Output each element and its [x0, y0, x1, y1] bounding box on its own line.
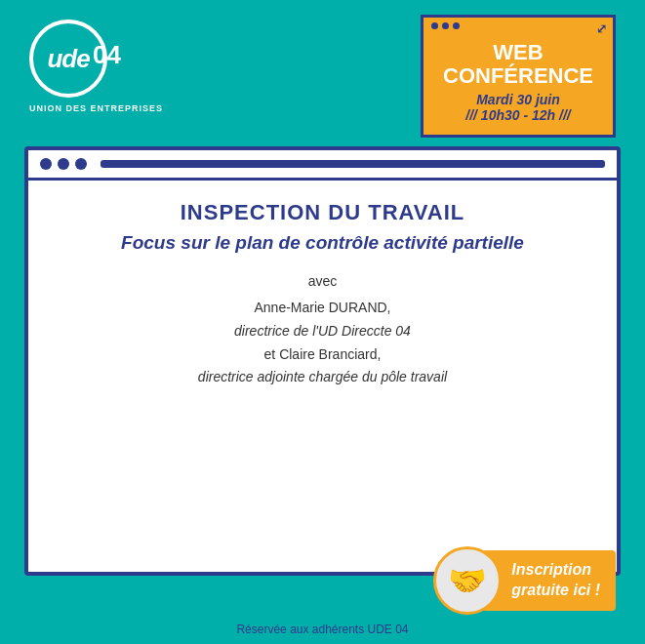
webconf-box: ⤢ WEB CONFÉRENCE Mardi 30 juin /// 10h30…	[421, 15, 616, 138]
logo-circle: ude 04	[29, 20, 107, 98]
webconf-dots	[431, 22, 460, 29]
reserved-text: Réservée aux adhérents UDE 04	[0, 623, 645, 636]
browser-dot2	[58, 158, 69, 170]
logo-subtitle: UNION DES ENTREPRISES	[29, 103, 163, 113]
conf-label: CONFÉRENCE	[443, 64, 593, 88]
inscription-label: Inscription gratuite ici !	[511, 560, 600, 601]
webconf-time: /// 10h30 - 12h ///	[443, 107, 593, 123]
inscription-line2: gratuite ici !	[511, 582, 600, 598]
speakers-block: Anne-Marie DURAND, directrice de l'UD Di…	[58, 297, 587, 389]
speaker3: et Claire Branciard,	[264, 346, 382, 362]
browser-address-bar	[101, 160, 605, 168]
web-label: WEB	[443, 41, 593, 64]
speaker1: Anne-Marie DURAND,	[254, 300, 390, 315]
avec-label: avec	[58, 273, 587, 289]
handshake-icon: 🤝	[433, 546, 502, 615]
browser-content: INSPECTION DU TRAVAIL Focus sur le plan …	[28, 181, 617, 409]
logo-area: ude 04 UNION DES ENTREPRISES	[29, 20, 163, 113]
inscription-box[interactable]: Inscription gratuite ici !	[482, 550, 616, 611]
logo-text: ude	[47, 44, 89, 74]
browser-dot1	[40, 158, 52, 170]
browser-toolbar	[28, 150, 617, 181]
dot2	[442, 22, 449, 29]
logo-04: 04	[93, 40, 121, 70]
main-title: INSPECTION DU TRAVAIL	[58, 200, 587, 225]
webconf-date: Mardi 30 juin	[443, 92, 593, 107]
browser-dot3	[75, 158, 87, 170]
inscription-line1: Inscription	[511, 561, 591, 578]
background: ude 04 UNION DES ENTREPRISES ⤢ WEB CONFÉ…	[0, 0, 645, 644]
speaker4: directrice adjointe chargée du pôle trav…	[198, 369, 447, 384]
dot3	[453, 22, 460, 29]
subtitle: Focus sur le plan de contrôle activité p…	[58, 231, 587, 256]
dot1	[431, 22, 438, 29]
expand-icon: ⤢	[596, 21, 607, 36]
inscription-area[interactable]: 🤝 Inscription gratuite ici !	[433, 546, 616, 615]
browser-window: INSPECTION DU TRAVAIL Focus sur le plan …	[24, 146, 621, 576]
speaker2: directrice de l'UD Direccte 04	[234, 323, 411, 339]
